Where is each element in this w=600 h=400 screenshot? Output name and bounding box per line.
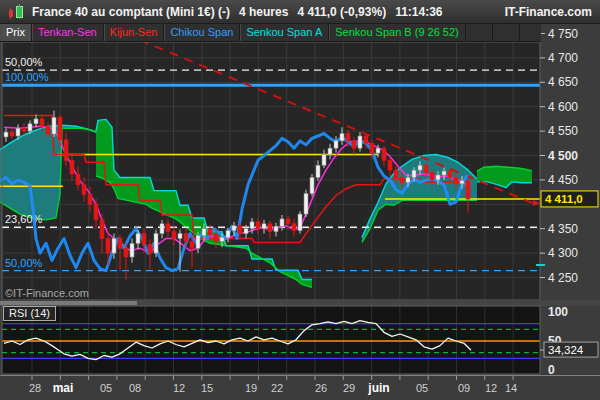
svg-text:28: 28 <box>29 382 41 394</box>
svg-text:4 350: 4 350 <box>548 222 578 236</box>
svg-text:4 600: 4 600 <box>548 100 578 114</box>
clock: 11:14:36 <box>395 5 442 19</box>
last-price: 4 411,0 <box>297 5 336 19</box>
svg-text:26: 26 <box>315 382 327 394</box>
svg-text:23,60%: 23,60% <box>5 213 43 225</box>
svg-text:29: 29 <box>343 382 355 394</box>
svg-text:12: 12 <box>485 382 497 394</box>
price-change: (-0,93%) <box>340 5 386 19</box>
svg-text:4 250: 4 250 <box>548 271 578 285</box>
svg-text:05: 05 <box>100 382 112 394</box>
svg-text:0: 0 <box>548 363 555 377</box>
svg-text:19: 19 <box>245 382 257 394</box>
legend-price[interactable]: Prix <box>0 24 32 41</box>
svg-text:4 750: 4 750 <box>548 27 578 41</box>
chart-canvas[interactable]: 50,00%100,00%23,60%50,00%4 7504 7004 650… <box>0 24 600 400</box>
legend-item-senkou-span-a[interactable]: Senkou Span A <box>240 24 329 41</box>
svg-text:100: 100 <box>548 305 568 319</box>
legend-item-chikou-span[interactable]: Chikou Span <box>164 24 240 41</box>
svg-text:09: 09 <box>458 382 470 394</box>
last-price-ticker: 4 411,0 (-0,93%) <box>297 5 386 19</box>
svg-text:50,00%: 50,00% <box>5 257 43 269</box>
svg-text:22: 22 <box>271 382 283 394</box>
svg-text:4 500: 4 500 <box>548 149 578 163</box>
svg-text:4 300: 4 300 <box>548 246 578 260</box>
svg-text:14: 14 <box>505 382 517 394</box>
svg-text:50,00%: 50,00% <box>5 56 43 68</box>
candlestick-logo-icon <box>8 4 23 20</box>
instrument-title: France 40 au comptant (Mini 1€) (-) <box>32 5 230 19</box>
svg-text:4 411,0: 4 411,0 <box>545 193 583 205</box>
svg-text:4 650: 4 650 <box>548 75 578 89</box>
svg-text:4 550: 4 550 <box>548 124 578 138</box>
legend-item-senkou-span-b-9-26-52-[interactable]: Senkou Span B (9 26 52) <box>329 24 466 41</box>
svg-text:12: 12 <box>173 382 185 394</box>
title-bar: France 40 au comptant (Mini 1€) (-) 4 he… <box>0 0 600 24</box>
svg-text:05: 05 <box>416 382 428 394</box>
legend-item-tenkan-sen[interactable]: Tenkan-Sen <box>32 24 104 41</box>
svg-text:100,00%: 100,00% <box>5 71 49 83</box>
svg-text:08: 08 <box>129 382 141 394</box>
app-window: France 40 au comptant (Mini 1€) (-) 4 he… <box>0 0 600 400</box>
svg-text:mai: mai <box>53 381 74 395</box>
legend-item-kijun-sen[interactable]: Kijun-Sen <box>104 24 165 41</box>
rsi-indicator-label[interactable]: RSI (14) <box>3 306 56 321</box>
legend-bar: Prix Tenkan-SenKijun-SenChikou SpanSenko… <box>0 24 541 42</box>
svg-text:4 450: 4 450 <box>548 173 578 187</box>
legend-filler <box>466 24 541 41</box>
brand-logo: IT-Finance.com <box>505 5 592 19</box>
svg-text:15: 15 <box>201 382 213 394</box>
svg-text:4 700: 4 700 <box>548 51 578 65</box>
watermark: ©IT-Finance.com <box>5 287 89 299</box>
timeframe-label: 4 heures <box>239 5 288 19</box>
svg-text:34,324: 34,324 <box>548 344 584 356</box>
svg-text:juin: juin <box>367 381 389 395</box>
